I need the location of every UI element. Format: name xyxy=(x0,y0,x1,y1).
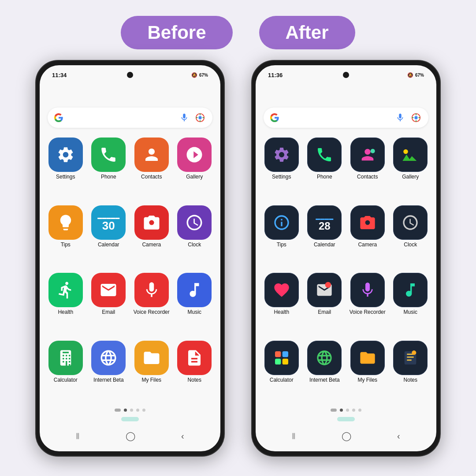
dot-5-after xyxy=(358,409,361,412)
back-button-after[interactable]: ‹ xyxy=(397,431,400,441)
app-email-before[interactable]: Email xyxy=(87,269,130,337)
app-contacts-after[interactable]: Contacts xyxy=(346,134,389,202)
app-email-after[interactable]: Email xyxy=(303,269,346,337)
app-calendar-before[interactable]: ▬▬▬▬▬ 30 Calendar xyxy=(87,202,130,270)
svg-point-3 xyxy=(414,116,417,119)
home-button-before[interactable]: ◯ xyxy=(126,431,135,441)
app-tips-before[interactable]: Tips xyxy=(44,202,87,270)
svg-rect-9 xyxy=(275,358,281,364)
voicerec-icon-before xyxy=(134,273,169,307)
calculator-icon-before xyxy=(48,341,83,375)
phone-label-before: Phone xyxy=(101,174,116,180)
svg-rect-10 xyxy=(282,358,288,364)
app-camera-after[interactable]: Camera xyxy=(346,202,389,270)
app-calculator-after[interactable]: Calculator xyxy=(260,337,303,405)
clock-icon-after xyxy=(393,205,428,240)
back-button-before[interactable]: ‹ xyxy=(181,431,184,441)
app-voicerec-before[interactable]: Voice Recorder xyxy=(130,269,173,337)
myfiles-icon-before xyxy=(134,341,169,375)
email-label-before: Email xyxy=(102,309,115,315)
app-notes-before[interactable]: Notes xyxy=(173,337,216,405)
nav-bar-after: ⦀ ◯ ‹ xyxy=(256,423,436,451)
calendar-icon-after: ▬▬▬▬ 28 xyxy=(307,205,342,240)
app-phone-after[interactable]: Phone xyxy=(303,134,346,202)
dot-3-before xyxy=(130,409,133,412)
app-settings-after[interactable]: Settings xyxy=(260,134,303,202)
app-myfiles-before[interactable]: My Files xyxy=(130,337,173,405)
app-notes-after[interactable]: Notes xyxy=(389,337,432,405)
google-g-icon-after xyxy=(270,113,279,123)
internetbeta-icon-before xyxy=(91,341,126,375)
calculator-label-before: Calculator xyxy=(54,377,78,383)
page-dots-before xyxy=(40,405,220,415)
app-voicerec-after[interactable]: Voice Recorder xyxy=(346,269,389,337)
gallery-label-after: Gallery xyxy=(402,174,419,180)
internetbeta-label-after: Internet Beta xyxy=(309,377,340,383)
camera-dot-after xyxy=(343,72,349,78)
app-health-before[interactable]: Health xyxy=(44,269,87,337)
recent-button-before[interactable]: ⦀ xyxy=(76,431,79,441)
camera-dot-before xyxy=(127,72,133,78)
phone-icon-before xyxy=(91,138,126,172)
dot-4-before xyxy=(136,409,139,412)
calculator-icon-after xyxy=(264,341,299,375)
svg-point-5 xyxy=(404,149,409,154)
svg-rect-8 xyxy=(282,351,288,357)
notch-after xyxy=(256,65,436,85)
mic-icon-after[interactable] xyxy=(394,112,406,124)
app-music-after[interactable]: Music xyxy=(389,269,432,337)
voicerec-icon-after xyxy=(350,273,385,307)
tips-icon-before xyxy=(48,205,83,240)
lens-icon-after[interactable] xyxy=(410,112,422,124)
clock-label-before: Clock xyxy=(188,242,201,248)
camera-icon-after xyxy=(350,205,385,240)
app-phone-before[interactable]: Phone xyxy=(87,134,130,202)
internetbeta-icon-after xyxy=(307,341,342,375)
app-myfiles-after[interactable]: My Files xyxy=(346,337,389,405)
app-calculator-before[interactable]: Calculator xyxy=(44,337,87,405)
phone-after-screen: 11:36 🔕 67% xyxy=(256,65,436,451)
internetbeta-label-before: Internet Beta xyxy=(93,377,124,383)
nav-bar-before: ⦀ ◯ ‹ xyxy=(40,423,220,451)
gallery-icon-after xyxy=(393,138,428,172)
app-internetbeta-before[interactable]: Internet Beta xyxy=(87,337,130,405)
google-g-icon-before xyxy=(54,113,63,123)
search-bar-after[interactable] xyxy=(264,108,428,128)
voicerec-label-before: Voice Recorder xyxy=(134,309,170,315)
app-internetbeta-after[interactable]: Internet Beta xyxy=(303,337,346,405)
phone-label-after: Phone xyxy=(317,174,332,180)
app-clock-after[interactable]: Clock xyxy=(389,202,432,270)
page-dots-after xyxy=(256,405,436,415)
app-health-after[interactable]: Health xyxy=(260,269,303,337)
settings-icon-before xyxy=(48,138,83,172)
app-clock-before[interactable]: Clock xyxy=(173,202,216,270)
recent-button-after[interactable]: ⦀ xyxy=(292,431,295,441)
dot-3-after xyxy=(346,409,349,412)
lens-icon-before[interactable] xyxy=(194,112,206,124)
app-camera-before[interactable]: Camera xyxy=(130,202,173,270)
app-tips-after[interactable]: Tips xyxy=(260,202,303,270)
search-bar-before[interactable] xyxy=(48,108,212,128)
app-settings-before[interactable]: Settings xyxy=(44,134,87,202)
music-icon-before xyxy=(177,273,212,307)
music-label-before: Music xyxy=(188,309,201,315)
before-badge: Before xyxy=(121,16,232,49)
app-calendar-after[interactable]: ▬▬▬▬ 28 Calendar xyxy=(303,202,346,270)
notes-label-before: Notes xyxy=(188,377,201,383)
svg-point-12 xyxy=(412,350,416,355)
gallery-icon-before xyxy=(177,138,212,172)
app-gallery-after[interactable]: Gallery xyxy=(389,134,432,202)
calculator-label-after: Calculator xyxy=(270,377,294,383)
app-gallery-before[interactable]: Gallery xyxy=(173,134,216,202)
music-icon-after xyxy=(393,273,428,307)
app-contacts-before[interactable]: Contacts xyxy=(130,134,173,202)
email-icon-before xyxy=(91,273,126,307)
mic-icon-before[interactable] xyxy=(178,112,190,124)
email-icon-after xyxy=(307,273,342,307)
app-music-before[interactable]: Music xyxy=(173,269,216,337)
health-icon-after xyxy=(264,273,299,307)
svg-rect-7 xyxy=(275,351,281,357)
home-button-after[interactable]: ◯ xyxy=(342,431,351,441)
tips-label-after: Tips xyxy=(277,242,286,248)
dot-4-after xyxy=(352,409,355,412)
